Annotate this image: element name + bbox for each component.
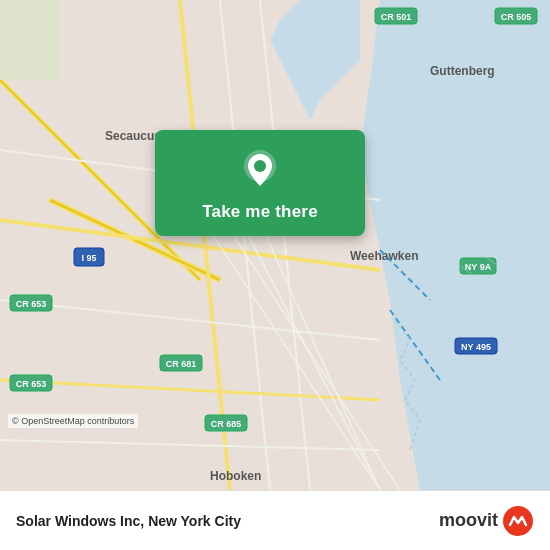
osm-attribution: © OpenStreetMap contributors xyxy=(8,414,138,428)
take-me-there-label: Take me there xyxy=(202,202,318,222)
svg-text:I 95: I 95 xyxy=(81,253,96,263)
svg-text:CR 681: CR 681 xyxy=(166,359,197,369)
take-me-there-card[interactable]: Take me there xyxy=(155,130,365,236)
moovit-text: moovit xyxy=(439,510,498,531)
svg-point-48 xyxy=(254,160,266,172)
svg-text:NY 9A: NY 9A xyxy=(465,262,492,272)
svg-text:Guttenberg: Guttenberg xyxy=(430,64,495,78)
svg-text:CR 653: CR 653 xyxy=(16,299,47,309)
location-info: Solar Windows Inc, New York City xyxy=(16,513,241,529)
map-container: CR 501 CR 505 I 95 CR 653 CR 653 CR 681 … xyxy=(0,0,550,490)
svg-text:NY 495: NY 495 xyxy=(461,342,491,352)
svg-text:Weehawken: Weehawken xyxy=(350,249,418,263)
svg-rect-43 xyxy=(0,0,60,80)
moovit-icon xyxy=(502,505,534,537)
svg-text:CR 501: CR 501 xyxy=(381,12,412,22)
bottom-bar: Solar Windows Inc, New York City moovit xyxy=(0,490,550,550)
svg-text:CR 505: CR 505 xyxy=(501,12,532,22)
moovit-logo: moovit xyxy=(439,505,534,537)
svg-text:Hoboken: Hoboken xyxy=(210,469,261,483)
svg-text:CR 653: CR 653 xyxy=(16,379,47,389)
location-name: Solar Windows Inc, New York City xyxy=(16,513,241,529)
location-pin-icon xyxy=(238,148,282,192)
svg-text:CR 685: CR 685 xyxy=(211,419,242,429)
osm-text: © OpenStreetMap contributors xyxy=(12,416,134,426)
svg-text:Secaucus: Secaucus xyxy=(105,129,161,143)
